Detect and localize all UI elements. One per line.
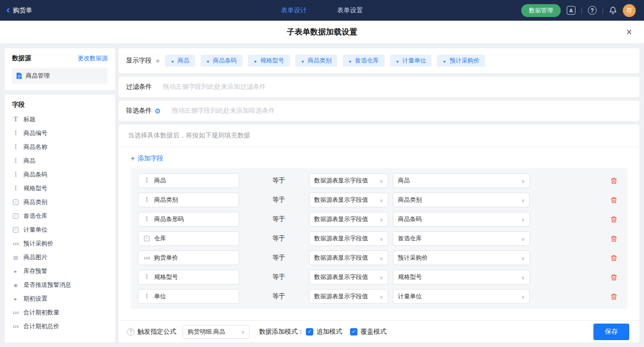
display-field-chip[interactable]: 首选仓库 xyxy=(343,55,385,67)
rule-field-label: 商品 xyxy=(154,176,166,185)
rule-operator: 等于 xyxy=(272,292,287,301)
field-item[interactable]: 期初设置 xyxy=(5,292,115,306)
display-field-chip[interactable]: 商品 xyxy=(165,55,195,67)
rules-list: 商品 等于 数据源表显示字段值 商品 xyxy=(131,168,627,309)
delete-rule-button[interactable] xyxy=(610,216,617,223)
field-type-icon xyxy=(143,177,150,184)
checkbox[interactable] xyxy=(306,328,313,336)
rule-field-box[interactable]: 商品类别 xyxy=(138,193,239,207)
chip-label: 商品 xyxy=(178,57,190,65)
rule-source-value: 数据源表显示字段值 xyxy=(314,176,368,185)
filter-drop-placeholder[interactable]: 拖动左侧字段到此处来添加过滤条件 xyxy=(163,83,266,91)
settings-gear-icon[interactable]: ⚙ xyxy=(155,108,161,114)
rule-field-label: 仓库 xyxy=(154,234,166,243)
add-display-field-button[interactable]: + xyxy=(155,57,160,65)
rule-field-box[interactable]: 仓库 xyxy=(138,231,239,246)
rule-source-select[interactable]: 数据源表显示字段值 xyxy=(309,193,388,207)
topbar-tab[interactable]: 表单设置 xyxy=(337,6,363,15)
field-item[interactable]: 规格型号 xyxy=(5,182,115,195)
display-field-chip[interactable]: 规格型号 xyxy=(248,55,290,67)
rule-field-box[interactable]: 购货单价 xyxy=(138,250,239,265)
field-item[interactable]: 计量单位 xyxy=(5,223,115,237)
field-type-icon xyxy=(143,273,150,281)
translate-icon[interactable]: A xyxy=(567,6,575,15)
field-item[interactable]: 商品条码 xyxy=(5,168,115,182)
change-datasource-link[interactable]: 更改数据源 xyxy=(78,54,108,63)
field-item[interactable]: 首选仓库 xyxy=(5,209,115,223)
rule-target-select[interactable]: 规格型号 xyxy=(393,270,530,284)
rule-target-select[interactable]: 预计采购价 xyxy=(393,250,530,265)
field-type-icon xyxy=(12,267,19,275)
field-item[interactable]: 合计期初总价 xyxy=(5,319,115,333)
field-item[interactable]: 商品类别 xyxy=(5,195,115,209)
chevron-down-icon xyxy=(380,177,383,184)
field-item[interactable]: 合计期初数量 xyxy=(5,306,115,319)
field-item[interactable]: 商品编号 xyxy=(5,126,115,140)
help-icon[interactable]: ? xyxy=(588,6,597,15)
field-item[interactable]: 商品 xyxy=(5,154,115,168)
display-field-chip[interactable]: 商品类别 xyxy=(295,55,337,67)
back-nav[interactable]: ‹ 购货单 xyxy=(6,6,32,15)
screen-drop-placeholder[interactable]: 拖动左侧字段到此处来添加筛选条件 xyxy=(172,107,275,115)
save-button[interactable]: 保存 xyxy=(593,324,629,340)
rule-source-select[interactable]: 数据源表显示字段值 xyxy=(309,212,388,227)
field-type-icon xyxy=(143,293,150,300)
chip-label: 规格型号 xyxy=(260,57,284,65)
mode-option[interactable]: 覆盖模式 xyxy=(350,328,386,336)
modal-header: 子表单数据加载设置 × xyxy=(0,21,644,44)
rule-source-select[interactable]: 数据源表显示字段值 xyxy=(309,173,388,188)
display-field-chip[interactable]: 计量单位 xyxy=(390,55,432,67)
display-field-chip[interactable]: 商品条码 xyxy=(201,55,242,67)
rule-source-select[interactable]: 数据源表显示字段值 xyxy=(309,250,388,265)
checkbox[interactable] xyxy=(350,328,357,336)
avatar[interactable]: 存 xyxy=(623,4,636,17)
rule-target-value: 首选仓库 xyxy=(398,234,422,243)
rule-target-select[interactable]: 商品条码 xyxy=(393,212,530,227)
delete-rule-button[interactable] xyxy=(610,293,617,300)
rule-target-select[interactable]: 商品 xyxy=(393,173,530,188)
field-item[interactable]: 库存预警 xyxy=(5,264,115,278)
display-field-chip[interactable]: 预计采购价 xyxy=(437,55,485,67)
rule-source-select[interactable]: 数据源表显示字段值 xyxy=(309,270,388,284)
delete-rule-button[interactable] xyxy=(610,255,617,262)
topbar-tab[interactable]: 表单设计 xyxy=(281,6,307,15)
rule-source-select[interactable]: 数据源表显示字段值 xyxy=(309,289,388,304)
rule-source-select[interactable]: 数据源表显示字段值 xyxy=(309,231,388,246)
rule-field-box[interactable]: 商品 xyxy=(138,173,239,188)
field-item-label: 首选仓库 xyxy=(23,212,47,220)
field-type-icon xyxy=(12,254,19,261)
data-manage-button[interactable]: 数据管理 xyxy=(521,4,561,17)
notification-bell-icon[interactable] xyxy=(609,6,617,14)
display-field-chips: 商品 商品条码 规格型号 商品类别 xyxy=(165,55,485,67)
rule-target-select[interactable]: 商品类别 xyxy=(393,193,530,207)
caret-down-icon xyxy=(253,57,257,64)
field-item-label: 是否推送预警消息 xyxy=(23,281,71,289)
help-circle-icon[interactable]: ? xyxy=(127,328,134,336)
datasource-item[interactable]: 商品管理 xyxy=(12,68,108,84)
rule-field-box[interactable]: 规格型号 xyxy=(138,270,239,284)
delete-rule-button[interactable] xyxy=(610,274,617,281)
field-item[interactable]: 是否推送预警消息 xyxy=(5,278,115,292)
chevron-down-icon xyxy=(380,274,383,281)
mode-option[interactable]: 追加模式 xyxy=(306,328,342,336)
rule-target-select[interactable]: 计量单位 xyxy=(393,289,530,304)
close-icon[interactable]: × xyxy=(626,27,632,37)
rule-row: 商品条形码 等于 数据源表显示字段值 商品条码 xyxy=(138,212,620,227)
field-item-label: 合计期初数量 xyxy=(23,308,59,317)
rule-operator: 等于 xyxy=(272,215,287,223)
delete-rule-button[interactable] xyxy=(610,235,617,242)
rule-field-box[interactable]: 商品条形码 xyxy=(138,212,239,227)
field-item[interactable]: 预计采购价 xyxy=(5,237,115,250)
rule-target-select[interactable]: 首选仓库 xyxy=(393,231,530,246)
formula-select[interactable]: 购货明细.商品 xyxy=(183,325,250,339)
field-item[interactable]: 标题 xyxy=(5,113,115,126)
field-item[interactable]: 商品名称 xyxy=(5,140,115,154)
delete-rule-button[interactable] xyxy=(610,177,617,184)
field-item[interactable]: 商品图片 xyxy=(5,250,115,264)
add-field-button[interactable]: + 添加字段 xyxy=(119,147,175,168)
chevron-down-icon xyxy=(521,235,525,242)
rule-source-value: 数据源表显示字段值 xyxy=(314,196,368,204)
rule-field-box[interactable]: 单位 xyxy=(138,289,239,304)
filter-condition-panel: 过滤条件 拖动左侧字段到此处来添加过滤条件 xyxy=(119,77,639,97)
delete-rule-button[interactable] xyxy=(610,197,617,204)
